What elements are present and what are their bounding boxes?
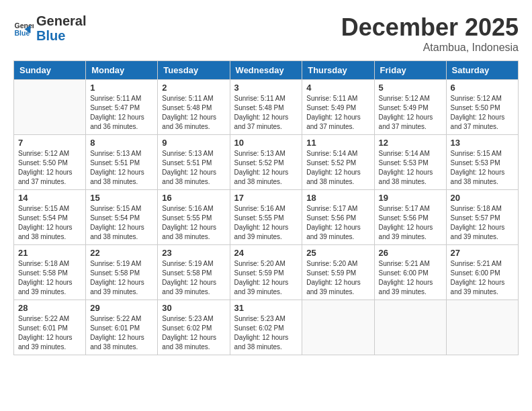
- day-number: 1: [90, 83, 153, 93]
- calendar-cell: 30Sunrise: 5:23 AMSunset: 6:02 PMDayligh…: [158, 300, 230, 355]
- day-info: Sunrise: 5:12 AMSunset: 5:49 PMDaylight:…: [379, 94, 442, 132]
- logo-blue: Blue: [36, 28, 86, 43]
- day-number: 12: [379, 138, 442, 148]
- day-info: Sunrise: 5:17 AMSunset: 5:56 PMDaylight:…: [379, 204, 442, 242]
- day-number: 5: [379, 83, 442, 93]
- day-number: 3: [234, 83, 298, 93]
- day-info: Sunrise: 5:22 AMSunset: 6:01 PMDaylight:…: [18, 314, 81, 352]
- day-info: Sunrise: 5:19 AMSunset: 5:58 PMDaylight:…: [162, 259, 225, 297]
- calendar-cell: 2Sunrise: 5:11 AMSunset: 5:48 PMDaylight…: [158, 80, 230, 135]
- day-number: 16: [162, 193, 225, 203]
- day-info: Sunrise: 5:18 AMSunset: 5:57 PMDaylight:…: [451, 204, 514, 242]
- day-info: Sunrise: 5:17 AMSunset: 5:56 PMDaylight:…: [306, 204, 369, 242]
- day-number: 26: [379, 248, 442, 258]
- calendar-cell: 12Sunrise: 5:14 AMSunset: 5:53 PMDayligh…: [374, 135, 446, 190]
- weekday-header-monday: Monday: [86, 61, 158, 80]
- weekday-header-thursday: Thursday: [302, 61, 374, 80]
- calendar-cell: 17Sunrise: 5:16 AMSunset: 5:55 PMDayligh…: [230, 190, 302, 245]
- day-number: 17: [234, 193, 298, 203]
- calendar-cell: 29Sunrise: 5:22 AMSunset: 6:01 PMDayligh…: [86, 300, 158, 355]
- logo-general: General: [36, 13, 86, 28]
- day-number: 7: [18, 138, 81, 148]
- calendar-cell: 19Sunrise: 5:17 AMSunset: 5:56 PMDayligh…: [374, 190, 446, 245]
- calendar-cell: 28Sunrise: 5:22 AMSunset: 6:01 PMDayligh…: [14, 300, 86, 355]
- weekday-header-wednesday: Wednesday: [230, 61, 302, 80]
- week-row-5: 28Sunrise: 5:22 AMSunset: 6:01 PMDayligh…: [14, 300, 519, 355]
- day-info: Sunrise: 5:14 AMSunset: 5:53 PMDaylight:…: [379, 149, 442, 187]
- day-number: 25: [306, 248, 369, 258]
- day-number: 13: [451, 138, 514, 148]
- day-info: Sunrise: 5:11 AMSunset: 5:47 PMDaylight:…: [90, 94, 153, 132]
- calendar-cell: 26Sunrise: 5:21 AMSunset: 6:00 PMDayligh…: [374, 245, 446, 300]
- day-number: 30: [162, 303, 225, 313]
- day-number: 14: [18, 193, 81, 203]
- calendar-cell: 15Sunrise: 5:15 AMSunset: 5:54 PMDayligh…: [86, 190, 158, 245]
- calendar-cell: [302, 300, 374, 355]
- day-number: 2: [162, 83, 225, 93]
- calendar-cell: 14Sunrise: 5:15 AMSunset: 5:54 PMDayligh…: [14, 190, 86, 245]
- calendar-cell: 20Sunrise: 5:18 AMSunset: 5:57 PMDayligh…: [446, 190, 518, 245]
- week-row-3: 14Sunrise: 5:15 AMSunset: 5:54 PMDayligh…: [14, 190, 519, 245]
- svg-text:Blue: Blue: [15, 29, 30, 37]
- day-number: 10: [234, 138, 298, 148]
- day-info: Sunrise: 5:16 AMSunset: 5:55 PMDaylight:…: [162, 204, 225, 242]
- calendar-cell: 7Sunrise: 5:12 AMSunset: 5:50 PMDaylight…: [14, 135, 86, 190]
- week-row-1: 1Sunrise: 5:11 AMSunset: 5:47 PMDaylight…: [14, 80, 519, 135]
- day-number: 22: [90, 248, 153, 258]
- day-number: 19: [379, 193, 442, 203]
- day-info: Sunrise: 5:21 AMSunset: 6:00 PMDaylight:…: [451, 259, 514, 297]
- day-number: 6: [451, 83, 514, 93]
- day-info: Sunrise: 5:23 AMSunset: 6:02 PMDaylight:…: [234, 314, 298, 352]
- title-area: December 2025 Atambua, Indonesia: [341, 13, 519, 54]
- day-number: 27: [451, 248, 514, 258]
- day-number: 18: [306, 193, 369, 203]
- day-info: Sunrise: 5:11 AMSunset: 5:48 PMDaylight:…: [234, 94, 298, 132]
- weekday-header-saturday: Saturday: [446, 61, 518, 80]
- day-number: 21: [18, 248, 81, 258]
- location: Atambua, Indonesia: [341, 42, 519, 54]
- logo-icon: General Blue: [13, 18, 34, 38]
- day-info: Sunrise: 5:19 AMSunset: 5:58 PMDaylight:…: [90, 259, 153, 297]
- day-info: Sunrise: 5:13 AMSunset: 5:51 PMDaylight:…: [162, 149, 225, 187]
- day-info: Sunrise: 5:12 AMSunset: 5:50 PMDaylight:…: [18, 149, 81, 187]
- logo: General Blue General Blue: [13, 13, 86, 43]
- calendar-cell: 1Sunrise: 5:11 AMSunset: 5:47 PMDaylight…: [86, 80, 158, 135]
- day-info: Sunrise: 5:13 AMSunset: 5:51 PMDaylight:…: [90, 149, 153, 187]
- day-number: 15: [90, 193, 153, 203]
- day-number: 31: [234, 303, 298, 313]
- day-info: Sunrise: 5:12 AMSunset: 5:50 PMDaylight:…: [451, 94, 514, 132]
- day-info: Sunrise: 5:18 AMSunset: 5:58 PMDaylight:…: [18, 259, 81, 297]
- day-info: Sunrise: 5:20 AMSunset: 5:59 PMDaylight:…: [234, 259, 298, 297]
- week-row-2: 7Sunrise: 5:12 AMSunset: 5:50 PMDaylight…: [14, 135, 519, 190]
- day-info: Sunrise: 5:14 AMSunset: 5:52 PMDaylight:…: [306, 149, 369, 187]
- day-info: Sunrise: 5:23 AMSunset: 6:02 PMDaylight:…: [162, 314, 225, 352]
- header: General Blue General Blue December 2025 …: [13, 13, 519, 54]
- weekday-header-friday: Friday: [374, 61, 446, 80]
- calendar-cell: 11Sunrise: 5:14 AMSunset: 5:52 PMDayligh…: [302, 135, 374, 190]
- calendar-cell: 23Sunrise: 5:19 AMSunset: 5:58 PMDayligh…: [158, 245, 230, 300]
- calendar-cell: [374, 300, 446, 355]
- weekday-header-tuesday: Tuesday: [158, 61, 230, 80]
- day-number: 23: [162, 248, 225, 258]
- day-info: Sunrise: 5:11 AMSunset: 5:49 PMDaylight:…: [306, 94, 369, 132]
- day-info: Sunrise: 5:20 AMSunset: 5:59 PMDaylight:…: [306, 259, 369, 297]
- day-number: 28: [18, 303, 81, 313]
- day-info: Sunrise: 5:13 AMSunset: 5:52 PMDaylight:…: [234, 149, 298, 187]
- calendar-cell: [446, 300, 518, 355]
- calendar-cell: 6Sunrise: 5:12 AMSunset: 5:50 PMDaylight…: [446, 80, 518, 135]
- calendar-cell: 16Sunrise: 5:16 AMSunset: 5:55 PMDayligh…: [158, 190, 230, 245]
- weekday-header-sunday: Sunday: [14, 61, 86, 80]
- day-info: Sunrise: 5:22 AMSunset: 6:01 PMDaylight:…: [90, 314, 153, 352]
- calendar-cell: 22Sunrise: 5:19 AMSunset: 5:58 PMDayligh…: [86, 245, 158, 300]
- day-number: 8: [90, 138, 153, 148]
- calendar-cell: 27Sunrise: 5:21 AMSunset: 6:00 PMDayligh…: [446, 245, 518, 300]
- calendar-cell: 31Sunrise: 5:23 AMSunset: 6:02 PMDayligh…: [230, 300, 302, 355]
- day-info: Sunrise: 5:15 AMSunset: 5:54 PMDaylight:…: [18, 204, 81, 242]
- calendar-cell: 25Sunrise: 5:20 AMSunset: 5:59 PMDayligh…: [302, 245, 374, 300]
- calendar-cell: 24Sunrise: 5:20 AMSunset: 5:59 PMDayligh…: [230, 245, 302, 300]
- calendar-cell: 10Sunrise: 5:13 AMSunset: 5:52 PMDayligh…: [230, 135, 302, 190]
- day-number: 4: [306, 83, 369, 93]
- calendar-cell: 9Sunrise: 5:13 AMSunset: 5:51 PMDaylight…: [158, 135, 230, 190]
- calendar-cell: 13Sunrise: 5:15 AMSunset: 5:53 PMDayligh…: [446, 135, 518, 190]
- day-info: Sunrise: 5:16 AMSunset: 5:55 PMDaylight:…: [234, 204, 298, 242]
